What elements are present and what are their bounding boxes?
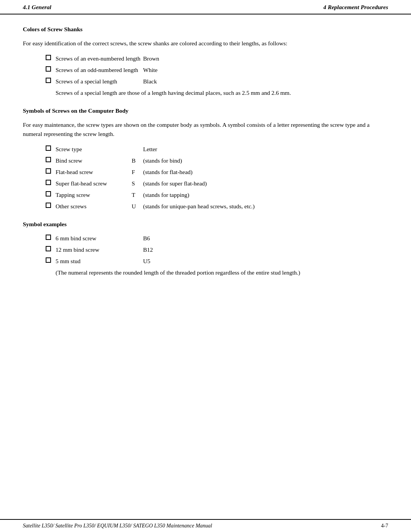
examples-note: (The numeral represents the rounded leng…: [46, 268, 388, 277]
checkbox-icon: [46, 203, 51, 208]
item-desc: (stands for super flat-head): [143, 179, 207, 188]
page-header: 4.1 General 4 Replacement Procedures: [0, 0, 411, 14]
examples-list: 6 mm bind screw B6 12 mm bind screw B12 …: [23, 234, 388, 277]
checkbox-icon: [46, 78, 51, 83]
item-text: Screws of an odd-numbered length: [56, 66, 143, 75]
list-item: 5 mm stud U5: [46, 257, 388, 266]
list-item: Flat-head screw F (stands for flat-head): [46, 168, 388, 177]
item-code: T: [132, 190, 143, 200]
checkbox-icon: [46, 157, 51, 162]
item-text: Super flat-head screw: [56, 179, 132, 188]
list-item: 12 mm bind screw B12: [46, 245, 388, 254]
colors-note: Screws of a special length are those of …: [46, 88, 388, 97]
item-value: B12: [143, 245, 153, 254]
list-item: Screws of a special length Black: [46, 77, 388, 86]
item-text: Flat-head screw: [56, 168, 132, 177]
item-text: Screws of an even-numbered length: [56, 54, 143, 63]
item-code: U: [132, 202, 143, 211]
colors-heading: Colors of Screw Shanks: [23, 26, 388, 33]
colors-list: Screws of an even-numbered length Brown …: [23, 54, 388, 97]
header-right: 4 Replacement Procedures: [323, 4, 388, 11]
checkbox-icon: [46, 168, 51, 174]
checkbox-icon: [46, 235, 51, 240]
checkbox-icon: [46, 257, 51, 263]
list-item: Bind screw B (stands for bind): [46, 156, 388, 165]
header-left: 4.1 General: [23, 4, 51, 11]
item-desc: (stands for tapping): [143, 190, 189, 200]
list-item: Tapping screw T (stands for tapping): [46, 190, 388, 200]
item-text: 6 mm bind screw: [56, 234, 143, 243]
symbols-heading: Symbols of Screws on the Computer Body: [23, 107, 388, 114]
symbols-section: Symbols of Screws on the Computer Body F…: [23, 107, 388, 211]
main-content: Colors of Screw Shanks For easy identifi…: [0, 26, 411, 277]
symbols-list: Screw type Letter Bind screw B (stands f…: [23, 145, 388, 211]
item-text: 12 mm bind screw: [56, 245, 143, 254]
checkbox-icon: [46, 66, 51, 72]
checkbox-icon: [46, 191, 51, 197]
examples-section: Symbol examples 6 mm bind screw B6 12 mm…: [23, 221, 388, 277]
footer-page-number: 4-7: [381, 523, 388, 529]
list-item: Screws of an odd-numbered length White: [46, 66, 388, 75]
checkbox-icon: [46, 246, 51, 251]
item-desc: (stands for bind): [143, 156, 182, 165]
footer-title: Satellite L350/ Satellite Pro L350/ EQUI…: [23, 523, 212, 529]
checkbox-icon: [46, 180, 51, 185]
item-desc: Letter: [143, 145, 157, 154]
item-text: Screw type: [56, 145, 132, 154]
list-item: Super flat-head screw S (stands for supe…: [46, 179, 388, 188]
examples-heading: Symbol examples: [23, 221, 388, 228]
list-item: Screw type Letter: [46, 145, 388, 154]
item-code: F: [132, 168, 143, 177]
colors-section: Colors of Screw Shanks For easy identifi…: [23, 26, 388, 97]
page-footer: Satellite L350/ Satellite Pro L350/ EQUI…: [0, 519, 411, 532]
item-value: Black: [143, 77, 157, 86]
checkbox-icon: [46, 55, 51, 60]
item-value: U5: [143, 257, 150, 266]
item-text: Screws of a special length: [56, 77, 143, 86]
item-code: S: [132, 179, 143, 188]
item-text: Other screws: [56, 202, 132, 211]
item-code: B: [132, 156, 143, 165]
list-item: Other screws U (stands for unique-pan he…: [46, 202, 388, 211]
item-value: White: [143, 66, 158, 75]
item-value: Brown: [143, 54, 159, 63]
symbols-intro: For easy maintenance, the screw types ar…: [23, 120, 388, 139]
item-text: Tapping screw: [56, 190, 132, 200]
item-value: B6: [143, 234, 150, 243]
checkbox-icon: [46, 145, 51, 151]
list-item: Screws of an even-numbered length Brown: [46, 54, 388, 63]
item-text: 5 mm stud: [56, 257, 143, 266]
item-desc: (stands for flat-head): [143, 168, 193, 177]
item-desc: (stands for unique-pan head screws, stud…: [143, 202, 255, 211]
page-container: 4.1 General 4 Replacement Procedures Col…: [0, 0, 411, 532]
item-text: Bind screw: [56, 156, 132, 165]
colors-intro: For easy identification of the correct s…: [23, 39, 388, 48]
list-item: 6 mm bind screw B6: [46, 234, 388, 243]
